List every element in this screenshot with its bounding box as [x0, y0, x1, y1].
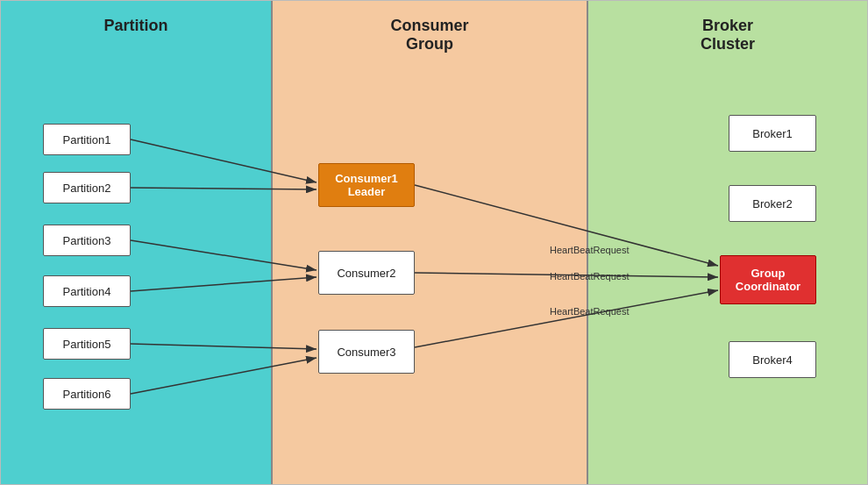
partition-panel-title: Partition	[1, 1, 271, 42]
consumer-panel-title: ConsumerGroup	[273, 1, 587, 61]
group-coordinator-box: GroupCoordinator	[720, 255, 816, 304]
heartbeat-label-2: HeartBeatRequest	[550, 271, 630, 282]
diagram-container: Partition Partition1 Partition2 Partitio…	[0, 0, 868, 485]
heartbeat-label-3: HeartBeatRequest	[550, 306, 630, 317]
partition4-box: Partition4	[43, 275, 131, 307]
partition3-box: Partition3	[43, 225, 131, 256]
broker2-box: Broker2	[729, 185, 816, 222]
panel-consumer: ConsumerGroup Consumer1Leader Consumer2 …	[273, 1, 588, 484]
consumer1-leader-box: Consumer1Leader	[318, 163, 415, 207]
broker1-box: Broker1	[729, 115, 816, 152]
broker-panel-title: BrokerCluster	[588, 1, 867, 61]
panel-broker: BrokerCluster Broker1 Broker2 GroupCoord…	[588, 1, 867, 484]
partition6-box: Partition6	[43, 378, 131, 410]
partition1-box: Partition1	[43, 124, 131, 155]
consumer3-box: Consumer3	[318, 330, 415, 374]
panel-partition: Partition Partition1 Partition2 Partitio…	[1, 1, 273, 484]
partition5-box: Partition5	[43, 328, 131, 360]
consumer2-box: Consumer2	[318, 251, 415, 295]
partition2-box: Partition2	[43, 172, 131, 203]
heartbeat-label-1: HeartBeatRequest	[550, 245, 630, 255]
broker4-box: Broker4	[729, 341, 816, 378]
